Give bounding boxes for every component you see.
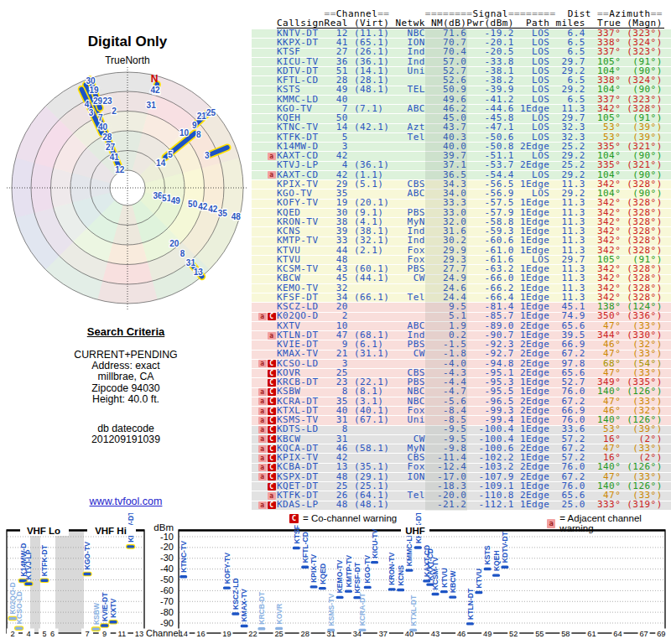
signal-bar (414, 546, 422, 548)
signal-bar (409, 629, 417, 631)
dbm-axis-label: dBm (153, 522, 174, 532)
search-criteria-heading: Search Criteria (0, 325, 252, 338)
spectrum-callsign-label: KICU-TV (371, 529, 379, 558)
magnetic-north-channel-label: 42 (150, 86, 160, 95)
signal-bar (484, 568, 492, 570)
spectrum-gap-bands (30, 531, 84, 633)
radar-channel-label: 21 (197, 112, 207, 121)
co-channel-warning-badge: C (268, 501, 276, 509)
signal-bar (223, 586, 231, 589)
spectrum-callsign-label: KCNS (397, 565, 405, 586)
channel-tick-label: 2 (10, 630, 14, 638)
co-channel-warning-badge: C (268, 408, 276, 415)
signal-bar (293, 547, 300, 549)
signal-bar (432, 593, 440, 595)
radar-channel-label: 8 (196, 130, 201, 139)
radar-channel-label: 19 (89, 86, 99, 95)
spectrum-callsign-label: KMTP-TV (345, 555, 353, 587)
spectrum-callsign-label: KTVU (440, 568, 449, 587)
spectrum-callsign-label: KBCW (449, 569, 457, 593)
dbm-tick-label: -50 (160, 574, 174, 584)
signal-bar (275, 627, 283, 630)
radar-channel-label: 20 (169, 239, 179, 248)
channel-tick-label: 52 (509, 630, 518, 638)
co-channel-warning-badge: C (268, 435, 276, 443)
channel-tick-label: 11 (117, 630, 126, 638)
spectrum-callsign-label: KRON-TV (388, 552, 396, 584)
co-channel-warning-badge: C (268, 454, 276, 462)
radar-channel-label: 9 (192, 121, 197, 130)
channel-tick-label: 37 (379, 630, 388, 638)
spectrum-callsign-label: KPIX-TV (309, 554, 318, 583)
channel-tick-label: 55 (535, 630, 544, 638)
spectrum-callsign-label: KTXL-DT (409, 595, 418, 626)
adjacent-warning-badge: a (258, 445, 267, 453)
channel-tick-label: 67 (639, 630, 648, 638)
radar-channel-label: 10 (179, 128, 190, 138)
tvfool-report: { "colors": { "row_text_blue": "#2b56c0"… (0, 0, 671, 644)
channel-axis-label: Channel (146, 628, 180, 638)
signal-bar (15, 626, 23, 629)
signal-table-body: KNTV-DT 12 (11.1) NBC 71.6 -19.2 LOS 6.4… (252, 29, 671, 511)
dbm-tick-label: -10 (160, 532, 174, 542)
spectrum-callsign-label: KOVR (275, 603, 283, 625)
channel-tick-label: 14 (179, 630, 188, 638)
adjacent-warning-badge: a (258, 313, 267, 320)
radar-channel-label: 27 (106, 143, 116, 152)
dbm-tick-label: -90 (160, 618, 174, 628)
tvfool-link[interactable]: www.tvfool.com (90, 496, 163, 507)
channel-tick-label: 13 (135, 630, 143, 638)
co-channel-warning-badge: C (268, 445, 276, 453)
co-channel-warning-badge: C (268, 379, 276, 387)
db-datecode-value: 201209191039 (0, 434, 252, 445)
spectrum-callsign-label: KSMS-TV (327, 594, 336, 626)
radar-channel-label: 3 (205, 151, 210, 160)
signal-bar (327, 629, 335, 631)
radar-chart-title: Digital Only (0, 34, 255, 50)
signal-bar (41, 579, 49, 582)
signal-table: ==Channel== ========Signal======== Dist … (252, 9, 671, 511)
signal-bar (179, 575, 187, 578)
signal-bar (397, 589, 404, 591)
table-column-header: CallsignReal (Virt) Netwk NM(dB)Pwr(dBm)… (252, 18, 671, 28)
channel-tick-label: 16 (196, 630, 205, 638)
dbm-tick-label: -30 (160, 553, 174, 563)
signal-bar (388, 588, 396, 590)
co-channel-warning-badge: C (268, 417, 276, 424)
true-azimuth: 333° (585, 501, 621, 509)
spectrum-callsign-label: KTLN-DT (466, 588, 475, 620)
channel-tick-label: 61 (587, 630, 596, 638)
vhf-lo-band-label: VHF Lo (27, 526, 60, 536)
spectrum-callsign-label: KTVU (475, 569, 483, 588)
search-criteria: Search Criteria CURRENT+PENDING Address:… (0, 325, 252, 445)
spectrum-callsign-label: KSBW (92, 602, 101, 625)
signal-bar (405, 569, 413, 571)
radar-channel-label: 25 (206, 108, 216, 117)
spectrum-callsign-label: KCSM-TV (431, 557, 440, 589)
adjacent-warning-badge: a (258, 388, 267, 396)
spectrum-callsign-label: KCSO-LD (15, 591, 23, 624)
co-channel-warning-badge: C (268, 464, 276, 471)
signal-bar (492, 574, 500, 576)
spectrum-callsign-label: KRCB-DT (257, 591, 266, 625)
radar-channel-label: 42 (208, 205, 218, 214)
radar-channel-label: 3 (89, 108, 94, 117)
signal-bar (319, 587, 326, 589)
signal-bar (92, 627, 100, 630)
dbm-tick-label: -80 (160, 607, 174, 617)
signal-bar (345, 589, 352, 592)
channel-tick-label: 58 (561, 630, 570, 638)
channel-tick-label: 22 (248, 630, 257, 638)
spectrum-callsign-label: KTNC-TV (179, 541, 188, 573)
signal-bar (241, 625, 248, 627)
spectrum-callsign-label: KMMC-LD (405, 532, 414, 566)
adjacent-warning-badge: a (258, 397, 267, 405)
channel-tick-label: 6 (50, 630, 55, 638)
channel-tick-label: 49 (483, 630, 492, 638)
adjacent-warning-badge: a (258, 473, 267, 480)
adjacent-warning-badge: a (258, 408, 267, 415)
magnetic-azimuth: (319°) (621, 501, 663, 509)
adjacent-warning-badge: a (258, 464, 267, 471)
spectrum-callsign-label: KCRA-DT (358, 592, 367, 626)
channel-tick-label: 43 (431, 630, 440, 638)
